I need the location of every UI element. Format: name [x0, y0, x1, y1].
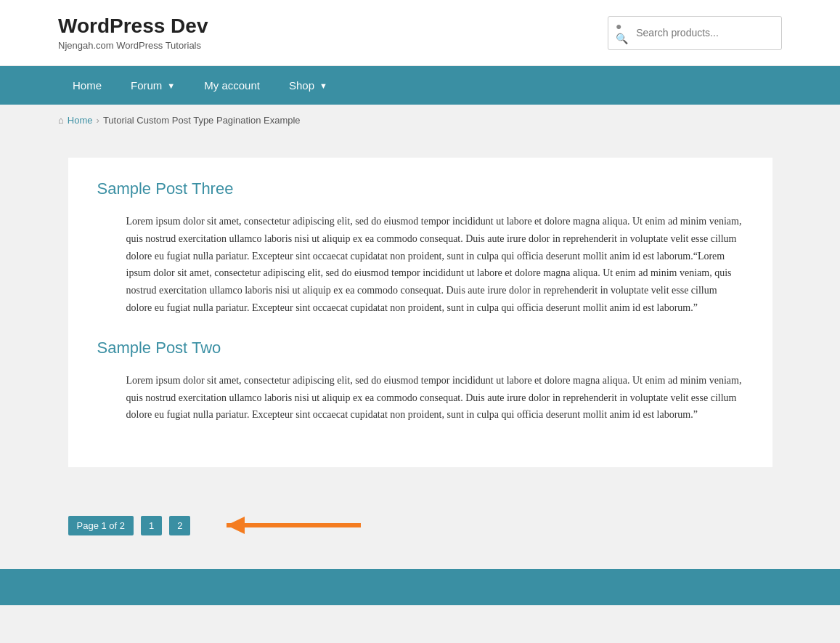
chevron-down-icon-shop: ▼	[319, 81, 327, 90]
nav-link-forum[interactable]: Forum ▼	[116, 66, 189, 105]
post-body-text-1: Lorem ipsum dolor sit amet, consectetur …	[126, 216, 742, 313]
nav-item-home: Home	[58, 66, 116, 105]
nav-label-myaccount: My account	[204, 79, 260, 92]
arrow-pointing-left	[205, 511, 364, 540]
pagination-inner: Page 1 of 2 1 2	[68, 511, 772, 540]
post-body-1: Lorem ipsum dolor sit amet, consectetur …	[126, 213, 743, 317]
breadcrumb-separator: ›	[97, 115, 99, 126]
nav-link-myaccount[interactable]: My account	[189, 66, 274, 105]
nav-label-forum: Forum	[131, 79, 162, 92]
post-body-text-2: Lorem ipsum dolor sit amet, consectetur …	[126, 375, 742, 421]
search-input[interactable]	[636, 27, 774, 39]
post-body-2: Lorem ipsum dolor sit amet, consectetur …	[126, 372, 743, 424]
breadcrumb-home-link[interactable]: Home	[68, 115, 93, 126]
search-icon: ●🔍	[616, 21, 632, 45]
breadcrumb: ⌂ Home › Tutorial Custom Post Type Pagin…	[0, 105, 840, 136]
site-branding: WordPress Dev Njengah.com WordPress Tuto…	[58, 15, 208, 51]
breadcrumb-current: Tutorial Custom Post Type Pagination Exa…	[103, 115, 301, 126]
footer-bar	[0, 569, 840, 605]
post-title-2: Sample Post Two	[97, 339, 743, 357]
main-wrapper: Sample Post Three Lorem ipsum dolor sit …	[0, 136, 840, 496]
nav-label-shop: Shop	[289, 79, 314, 92]
nav-item-forum: Forum ▼	[116, 66, 189, 105]
post-2: Sample Post Two Lorem ipsum dolor sit am…	[97, 339, 743, 424]
nav-link-home[interactable]: Home	[58, 66, 116, 105]
nav-link-shop[interactable]: Shop ▼	[274, 66, 342, 105]
page-btn-2[interactable]: 2	[169, 516, 190, 535]
page-label: Page 1 of 2	[68, 516, 134, 535]
site-header: WordPress Dev Njengah.com WordPress Tuto…	[0, 0, 840, 66]
site-title: WordPress Dev	[58, 15, 208, 38]
arrow-annotation	[205, 511, 364, 540]
svg-marker-1	[227, 517, 245, 534]
search-box[interactable]: ●🔍	[608, 16, 782, 50]
home-icon: ⌂	[58, 115, 64, 126]
nav-item-myaccount: My account	[189, 66, 274, 105]
chevron-down-icon: ▼	[167, 81, 175, 90]
nav-label-home: Home	[73, 79, 102, 92]
site-nav: Home Forum ▼ My account Shop ▼	[0, 66, 840, 105]
nav-item-shop: Shop ▼	[274, 66, 342, 105]
content-area: Sample Post Three Lorem ipsum dolor sit …	[68, 158, 772, 467]
post-title-1: Sample Post Three	[97, 179, 743, 198]
post-1: Sample Post Three Lorem ipsum dolor sit …	[97, 179, 743, 317]
page-btn-1[interactable]: 1	[141, 516, 162, 535]
pagination-area: Page 1 of 2 1 2	[0, 496, 840, 569]
nav-list: Home Forum ▼ My account Shop ▼	[58, 66, 782, 105]
site-tagline: Njengah.com WordPress Tutorials	[58, 40, 208, 51]
